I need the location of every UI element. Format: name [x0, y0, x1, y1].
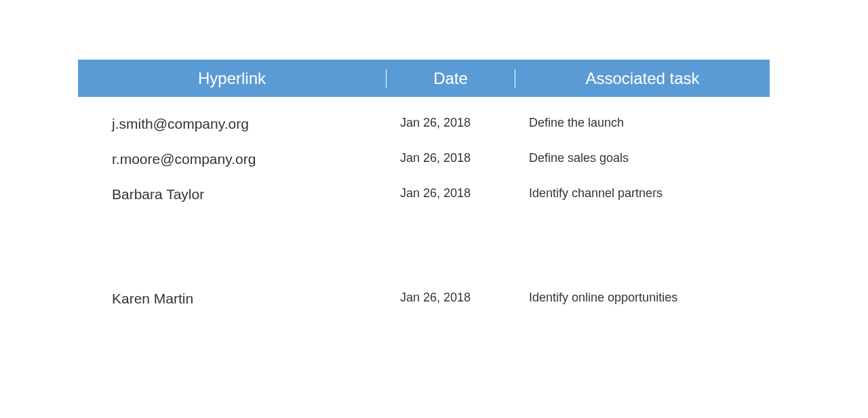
cell-date: Jan 26, 2018 [387, 116, 515, 130]
cell-date: Jan 26, 2018 [387, 291, 515, 305]
cell-task: Define sales goals [515, 151, 770, 165]
table-row: j.smith@company.org Jan 26, 2018 Define … [78, 97, 770, 132]
cell-hyperlink[interactable]: r.moore@company.org [78, 151, 387, 167]
cell-date: Jan 26, 2018 [387, 151, 515, 165]
cell-hyperlink[interactable]: j.smith@company.org [78, 116, 387, 132]
task-table: Hyperlink Date Associated task j.smith@c… [78, 60, 770, 307]
header-date: Date [387, 69, 515, 88]
cell-task: Identify online opportunities [515, 291, 770, 305]
cell-hyperlink[interactable]: Karen Martin [78, 291, 387, 307]
table-row: r.moore@company.org Jan 26, 2018 Define … [78, 132, 770, 167]
table-header-row: Hyperlink Date Associated task [78, 60, 770, 97]
header-hyperlink: Hyperlink [78, 69, 387, 88]
header-task: Associated task [515, 69, 770, 88]
table-row: Barbara Taylor Jan 26, 2018 Identify cha… [78, 167, 770, 203]
cell-date: Jan 26, 2018 [387, 186, 515, 201]
cell-task: Identify channel partners [515, 186, 770, 201]
cell-task: Define the launch [515, 116, 770, 130]
table-row: Karen Martin Jan 26, 2018 Identify onlin… [78, 203, 770, 307]
cell-hyperlink[interactable]: Barbara Taylor [78, 186, 387, 203]
